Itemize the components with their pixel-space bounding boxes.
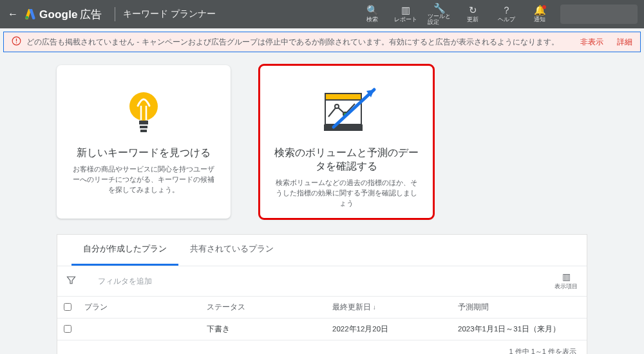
- col-updated-header[interactable]: 最終更新日: [326, 297, 451, 319]
- forecast-card-title: 検索のボリュームと予測のデータを確認する: [274, 146, 419, 173]
- alert-message: どの広告も掲載されていません - キャンペーンおよび広告グループは停止中であるか…: [26, 37, 559, 48]
- columns-label: 表示項目: [554, 282, 578, 291]
- tools-and-settings[interactable]: 🔧ツールと 設定: [422, 3, 456, 25]
- plans-tabs: 自分が作成したプラン 共有されているプラン: [57, 235, 587, 266]
- columns-button[interactable]: ▥ 表示項目: [554, 271, 578, 291]
- tab-my-plans[interactable]: 自分が作成したプラン: [71, 235, 178, 266]
- help-label: ヘルプ: [498, 15, 515, 24]
- discover-card-title: 新しいキーワードを見つける: [77, 146, 211, 160]
- svg-rect-2: [16, 39, 17, 42]
- wrench-icon: 🔧: [433, 3, 446, 13]
- brand-separator: [115, 7, 115, 21]
- brand-sub: 広告: [80, 8, 102, 21]
- app-header: ← Google広告 キーワード プランナー 🔍検索 ▥レポート 🔧ツールと 設…: [0, 0, 644, 28]
- google-ads-logo-icon: [24, 9, 36, 19]
- account-selector[interactable]: [560, 5, 638, 24]
- filter-icon[interactable]: [66, 275, 76, 287]
- cell-plan: [78, 319, 200, 340]
- col-period-header[interactable]: 予測期間: [451, 297, 587, 319]
- option-cards: 新しいキーワードを見つける お客様の商品やサービスに関心を持つユーザーへのリーチ…: [57, 65, 644, 219]
- svg-rect-5: [139, 121, 148, 124]
- table-row[interactable]: 下書き 2022年12月20日 2023年1月1日～31日（来月）: [57, 319, 587, 340]
- row-checkbox[interactable]: [64, 325, 71, 333]
- svg-rect-7: [140, 130, 147, 132]
- search-label: 検索: [366, 15, 378, 24]
- help-icon: ？: [502, 5, 511, 15]
- svg-point-0: [25, 16, 28, 19]
- plans-table: プラン ステータス 最終更新日 予測期間 下書き 2022年12月20日 202…: [57, 296, 587, 340]
- tab-shared-plans[interactable]: 共有されているプラン: [178, 235, 285, 266]
- back-arrow-icon[interactable]: ←: [6, 8, 19, 20]
- cell-period: 2023年1月1日～31日（来月）: [451, 319, 587, 340]
- lightbulb-icon: [123, 84, 164, 141]
- cell-status: 下書き: [200, 319, 326, 340]
- forecast-card[interactable]: 検索のボリュームと予測のデータを確認する 検索ボリュームなどの過去の指標のほか、…: [260, 65, 433, 219]
- discover-keywords-card[interactable]: 新しいキーワードを見つける お客様の商品やサービスに関心を持つユーザーへのリーチ…: [57, 65, 231, 219]
- alert-icon: [12, 36, 21, 48]
- alert-hide-link[interactable]: 非表示: [580, 37, 603, 46]
- columns-icon: ▥: [562, 271, 571, 282]
- pager-text: 1 件中 1～1 件を表示: [57, 340, 587, 354]
- search-icon: 🔍: [366, 5, 379, 15]
- svg-rect-9: [325, 93, 361, 100]
- plans-panel: 自分が作成したプラン 共有されているプラン フィルタを追加 ▥ 表示項目 プラン…: [57, 234, 587, 354]
- cell-updated: 2022年12月20日: [326, 319, 451, 340]
- reports-tool[interactable]: ▥レポート: [389, 3, 422, 25]
- svg-rect-6: [140, 126, 147, 128]
- forecast-card-desc: 検索ボリュームなどの過去の指標のほか、そうした指標の効果に関する予測を確認しまし…: [274, 178, 419, 209]
- bell-icon: 🔔: [534, 5, 546, 15]
- col-plan-header[interactable]: プラン: [78, 297, 200, 319]
- refresh-label: 更新: [467, 15, 478, 24]
- search-tool[interactable]: 🔍検索: [355, 3, 389, 25]
- refresh-tool[interactable]: ↻更新: [456, 3, 489, 25]
- tools-label: ツールと 設定: [428, 14, 451, 25]
- svg-marker-15: [68, 277, 75, 284]
- help-tool[interactable]: ？ヘルプ: [489, 3, 523, 25]
- chart-forecast-icon: [311, 84, 382, 141]
- alert-details-link[interactable]: 詳細: [617, 37, 632, 46]
- add-filter-input[interactable]: フィルタを追加: [98, 276, 554, 287]
- svg-point-4: [129, 92, 158, 121]
- svg-rect-10: [324, 124, 363, 131]
- no-ads-alert: どの広告も掲載されていません - キャンペーンおよび広告グループは停止中であるか…: [3, 32, 641, 52]
- notif-label: 通知: [534, 15, 545, 24]
- svg-point-11: [335, 104, 339, 108]
- page-title: キーワード プランナー: [123, 8, 216, 20]
- filter-row: フィルタを追加 ▥ 表示項目: [57, 266, 587, 296]
- reports-label: レポート: [394, 15, 417, 24]
- brand[interactable]: Google広告: [24, 7, 102, 22]
- select-all-checkbox[interactable]: [64, 303, 71, 311]
- reports-icon: ▥: [401, 5, 410, 15]
- header-tools: 🔍検索 ▥レポート 🔧ツールと 設定 ↻更新 ？ヘルプ 🔔通知: [355, 3, 556, 25]
- discover-card-desc: お客様の商品やサービスに関心を持つユーザーへのリーチにつながる、キーワードの候補…: [71, 164, 216, 195]
- col-status-header[interactable]: ステータス: [200, 297, 326, 319]
- svg-rect-3: [16, 43, 17, 43]
- notifications-tool[interactable]: 🔔通知: [523, 3, 556, 25]
- refresh-icon: ↻: [469, 5, 477, 15]
- brand-main: Google: [39, 8, 78, 21]
